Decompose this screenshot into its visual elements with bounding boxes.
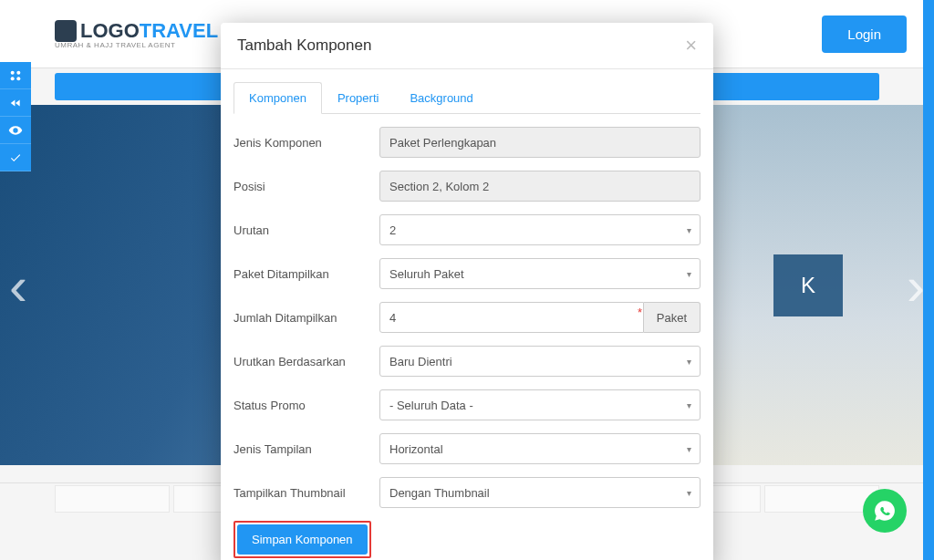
label-jenis-komponen: Jenis Komponen [234,136,379,150]
select-urutan[interactable]: 2 [379,214,700,245]
label-paket-ditampilkan: Paket Ditampilkan [234,267,379,281]
select-urutkan-berdasarkan[interactable]: Baru Dientri [379,346,700,377]
input-jumlah-ditampilkan[interactable] [379,302,644,333]
select-tampilkan-thumbnail[interactable]: Dengan Thumbnail [379,477,700,508]
label-jenis-tampilan: Jenis Tampilan [234,442,379,456]
tab-background[interactable]: Background [394,82,488,114]
label-status-promo: Status Promo [234,399,379,412]
label-urutkan-berdasarkan: Urutkan Berdasarkan [234,355,379,368]
label-urutan: Urutan [234,223,379,237]
modal-header: Tambah Komponen × [221,23,713,69]
modal-title: Tambah Komponen [237,36,371,55]
input-jenis-komponen [379,127,700,158]
field-paket-ditampilkan: Paket Ditampilkan Seluruh Paket [234,258,700,289]
tab-properti[interactable]: Properti [322,82,395,114]
label-tampilkan-thumbnail: Tampilkan Thumbnail [234,486,379,500]
field-tampilkan-thumbnail: Tampilkan Thumbnail Dengan Thumbnail [234,477,700,508]
field-jumlah-ditampilkan: Jumlah Ditampilkan * Paket [234,302,700,333]
label-posisi: Posisi [234,180,379,193]
submit-highlight: Simpan Komponen [234,521,371,558]
addon-paket: Paket [644,302,700,333]
label-jumlah-ditampilkan: Jumlah Ditampilkan [234,311,379,325]
field-posisi: Posisi [234,171,700,202]
modal-overlay: Tambah Komponen × Komponen Properti Back… [0,0,934,560]
field-urutkan-berdasarkan: Urutkan Berdasarkan Baru Dientri [234,346,700,377]
field-status-promo: Status Promo - Seluruh Data - [234,389,700,420]
select-status-promo[interactable]: - Seluruh Data - [379,389,700,420]
tab-komponen[interactable]: Komponen [234,82,322,114]
tab-bar: Komponen Properti Background [234,82,700,114]
select-jenis-tampilan[interactable]: Horizontal [379,433,700,464]
field-urutan: Urutan 2 [234,214,700,245]
required-icon: * [638,306,642,319]
simpan-komponen-button[interactable]: Simpan Komponen [237,524,368,555]
field-jenis-tampilan: Jenis Tampilan Horizontal [234,433,700,464]
field-jenis-komponen: Jenis Komponen [234,127,700,158]
select-paket-ditampilkan[interactable]: Seluruh Paket [379,258,700,289]
close-icon[interactable]: × [685,36,697,56]
modal-dialog: Tambah Komponen × Komponen Properti Back… [221,23,713,560]
input-posisi [379,171,700,202]
modal-body: Komponen Properti Background Jenis Kompo… [221,69,713,560]
